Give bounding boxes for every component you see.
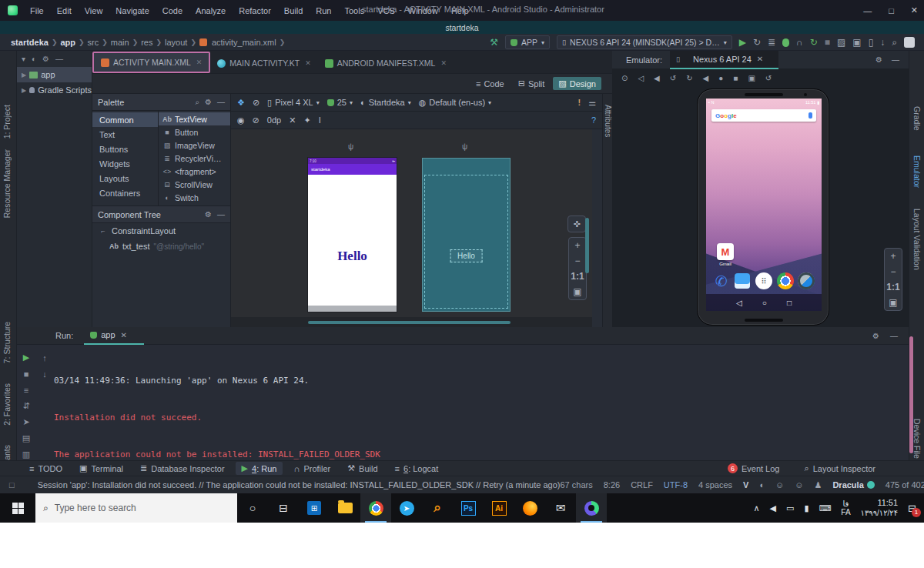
blueprint-toggle-icon[interactable]: ⊘	[253, 98, 259, 108]
notification-center-button[interactable]: ⊟1	[908, 503, 916, 514]
crumb-main[interactable]: main	[111, 38, 129, 47]
clear-constraints-icon[interactable]: ✕	[289, 115, 296, 125]
palette-item-recyclerview[interactable]: ≣ RecyclerVi…	[159, 152, 230, 165]
blueprint-config-wrench-icon[interactable]: ψ	[462, 142, 467, 151]
emulator-device-tab[interactable]: ▯ Nexus 6 API 24 ✕	[670, 51, 778, 69]
settings-icon[interactable]: ⚙	[42, 55, 49, 63]
taskbar-android-studio[interactable]	[576, 493, 607, 523]
palette-item-textview[interactable]: Ab TextView	[159, 112, 230, 125]
taskbar-mail[interactable]: ✉	[545, 493, 576, 523]
view-options-eye-icon[interactable]: ◉	[237, 115, 245, 125]
taskbar-store[interactable]: ⊞	[299, 493, 330, 523]
crumb-project[interactable]: startdeka	[11, 38, 49, 47]
device-manager-icon[interactable]: ▨	[837, 37, 845, 48]
menu-run[interactable]: Run	[310, 4, 337, 18]
minimize-window-icon[interactable]: —	[863, 6, 872, 15]
palette-category-containers[interactable]: Containers	[92, 185, 158, 200]
tool-button-structure[interactable]: 7: Structure	[2, 322, 12, 363]
microphone-icon[interactable]	[808, 112, 812, 119]
taskbar-chrome[interactable]	[360, 493, 391, 523]
menu-refactor[interactable]: Refactor	[233, 4, 277, 18]
overview-stop-icon[interactable]: ■	[733, 74, 738, 82]
taskbar-clock[interactable]: 11:51۱۳۹۹/۱۲/۲۴	[861, 498, 899, 518]
volume-down-icon[interactable]: ◁	[638, 74, 644, 82]
cortana-button[interactable]: ○	[237, 493, 268, 523]
taskbar-illustrator[interactable]: Ai	[484, 493, 514, 523]
run-configuration-select[interactable]: APP ▾	[505, 35, 550, 49]
tool-button-resource-manager[interactable]: Resource Manager	[2, 149, 12, 218]
taskbar-search-box[interactable]: ⌕ Type here to search	[35, 493, 237, 523]
infer-constraints-wand-icon[interactable]: ✦	[303, 115, 310, 125]
theme-picker[interactable]: ◐ Startdeka ▾	[360, 98, 411, 107]
pin-tab-icon[interactable]: ➤	[22, 417, 29, 427]
tool-button-gradle[interactable]: Gradle	[912, 106, 922, 131]
component-constraintlayout[interactable]: ⌐ ConstraintLayout	[92, 223, 230, 239]
hide-panel-icon[interactable]: —	[892, 55, 899, 64]
tool-button-profiler[interactable]: ∩Profiler	[287, 462, 336, 475]
zoom-out-button[interactable]: −	[569, 253, 586, 269]
preview-hello-text[interactable]: Hello	[308, 249, 397, 264]
palette-category-buttons[interactable]: Buttons	[92, 142, 158, 156]
gmail-shortcut[interactable]: M Gmail	[714, 243, 737, 266]
palette-item-imageview[interactable]: ▨ ImageView	[159, 139, 230, 152]
tab-activity-main-xml[interactable]: ACTIVITY MAIN.XML ✕	[92, 52, 210, 73]
tool-button-build[interactable]: ⚒Build	[341, 462, 383, 475]
menu-navigate[interactable]: Navigate	[109, 4, 155, 18]
camera-app-icon[interactable]	[797, 272, 815, 290]
stop-button[interactable]: ■	[24, 369, 29, 379]
network-icon[interactable]: ▭	[786, 503, 794, 513]
session-status-text[interactable]: Session 'app': Installation did not succ…	[38, 480, 561, 489]
rerun-button[interactable]: ▶	[23, 352, 29, 363]
scroll-up-icon[interactable]: ↑	[42, 353, 47, 363]
locate-file-icon[interactable]: ◐	[32, 55, 36, 63]
taskbar-file-explorer[interactable]	[330, 493, 360, 523]
tab-android-manifest[interactable]: ANDROID MANIFEST.XML ✕	[318, 53, 454, 73]
close-window-icon[interactable]: ✕	[911, 5, 918, 15]
power-icon[interactable]: ⊙	[621, 74, 628, 82]
search-everywhere-icon[interactable]: ⌕	[892, 37, 897, 48]
language-indicator[interactable]: فاFA	[841, 500, 850, 516]
gear-icon[interactable]: ⚙	[872, 332, 879, 340]
tool-button-run[interactable]: ▶4: Run	[236, 462, 283, 475]
hide-panel-icon[interactable]: —	[890, 332, 898, 340]
locale-picker[interactable]: ◍ Default (en-us) ▾	[419, 98, 491, 108]
profile-avatar[interactable]	[904, 37, 915, 48]
soft-wrap-icon[interactable]: ⇵	[22, 401, 29, 411]
nav-home-icon[interactable]: ○	[762, 299, 767, 307]
tool-button-emulator[interactable]: Emulator	[912, 155, 922, 188]
apply-code-changes-icon[interactable]: ≣	[768, 37, 775, 48]
design-preview[interactable]: 7:10 ▾▪ startdeka Hello	[308, 158, 397, 312]
memory-indicator[interactable]: 475 of 4029M	[886, 480, 924, 489]
tool-button-favorites[interactable]: 2: Favorites	[2, 383, 12, 426]
vcs-branch-icon[interactable]: V	[743, 480, 748, 489]
debug-button[interactable]	[782, 38, 789, 47]
canvas-horizontal-scrollbar[interactable]	[308, 321, 511, 324]
start-button[interactable]	[0, 493, 35, 523]
view-options-layers-icon[interactable]: ❖	[237, 98, 245, 108]
warnings-icon[interactable]: !	[578, 98, 581, 107]
zoom-ratio-button[interactable]: 1:1	[569, 269, 586, 284]
sdk-manager-icon[interactable]: ↓	[880, 37, 885, 48]
file-encoding[interactable]: UTF-8	[664, 480, 688, 489]
back-icon[interactable]: ◀	[703, 74, 709, 82]
gear-icon[interactable]: ⚙	[205, 98, 212, 106]
logcat-tool-icon[interactable]: ▣	[852, 37, 861, 48]
zoom-in-button[interactable]: +	[569, 238, 586, 253]
canvas-vertical-scrollbar[interactable]	[585, 218, 589, 273]
tool-button-todo[interactable]: ≡TODO	[23, 462, 69, 475]
component-txt-test[interactable]: Ab txt_test "@string/hello"	[92, 239, 230, 254]
run-app-tab[interactable]: app ✕	[84, 327, 144, 345]
avd-manager-icon[interactable]: ▯	[869, 37, 874, 48]
home-record-icon[interactable]: ●	[718, 74, 723, 82]
zoom-in-button[interactable]: +	[885, 249, 902, 264]
keyboard-icon[interactable]: ⌨	[819, 503, 831, 513]
palette-item-scrollview[interactable]: ⊟ ScrollView	[159, 178, 230, 191]
design-config-wrench-icon[interactable]: ψ	[348, 142, 353, 151]
project-view-select[interactable]: ▾	[22, 55, 25, 63]
snapshot-reset-icon[interactable]: ↺	[765, 74, 772, 82]
code-with-me-icon[interactable]: ☺	[775, 480, 784, 489]
help-icon[interactable]: ?	[591, 115, 596, 125]
chrome-app-icon[interactable]	[776, 272, 795, 290]
menu-file[interactable]: File	[24, 4, 50, 18]
device-select[interactable]: ▯ NEXUS 6 API 24 (MINSDK(API 25) > D… ▾	[557, 35, 732, 49]
